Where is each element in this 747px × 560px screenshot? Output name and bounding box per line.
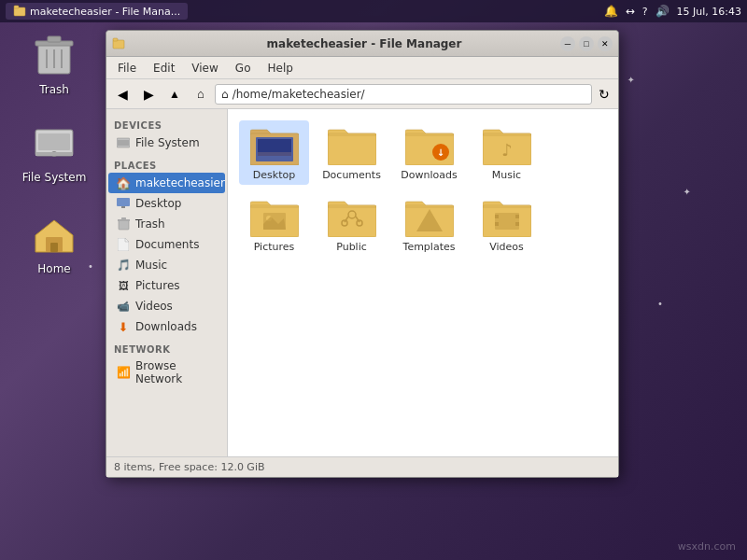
svg-text:♪: ♪ bbox=[501, 140, 513, 160]
file-item-downloads[interactable]: ↓ Downloads bbox=[394, 120, 464, 185]
refresh-button[interactable]: ↻ bbox=[594, 84, 614, 105]
svg-rect-27 bbox=[258, 152, 291, 156]
notification-icon[interactable]: 🔔 bbox=[604, 5, 618, 18]
file-item-videos[interactable]: Videos bbox=[472, 192, 542, 257]
file-item-public[interactable]: Public bbox=[317, 192, 387, 257]
filesystem-icon bbox=[34, 126, 75, 161]
home-button[interactable]: ⌂ bbox=[189, 82, 213, 106]
datetime: 15 Jul, 16:43 bbox=[677, 6, 741, 18]
file-item-music[interactable]: ♪ Music bbox=[472, 120, 542, 185]
sidebar-item-downloads[interactable]: ⬇ Downloads bbox=[108, 316, 225, 337]
window-left-pad bbox=[112, 37, 168, 50]
taskbar-left: maketecheasier - File Mana... bbox=[6, 3, 188, 20]
sidebar-network-label: Browse Network bbox=[135, 359, 218, 385]
sidebar-home-label: maketecheasier bbox=[135, 176, 225, 189]
filesystem-sidebar-icon bbox=[116, 135, 131, 150]
public-file-label: Public bbox=[336, 241, 367, 253]
volume-icon[interactable]: 🔊 bbox=[655, 5, 669, 18]
file-item-documents[interactable]: Documents bbox=[317, 120, 387, 185]
taskbar-app-item[interactable]: maketecheasier - File Mana... bbox=[6, 3, 188, 20]
documents-file-label: Documents bbox=[322, 169, 381, 181]
file-item-templates[interactable]: Templates bbox=[394, 192, 464, 257]
sidebar-music-label: Music bbox=[135, 259, 167, 272]
videos-sidebar-icon: 📹 bbox=[116, 299, 131, 314]
desktop-icon-filesystem[interactable]: File System bbox=[17, 121, 92, 185]
sidebar-item-filesystem[interactable]: File System bbox=[108, 133, 225, 153]
menu-go[interactable]: Go bbox=[228, 60, 259, 77]
sidebar-videos-label: Videos bbox=[135, 300, 173, 313]
svg-rect-0 bbox=[14, 7, 25, 16]
svg-rect-49 bbox=[515, 222, 519, 226]
svg-rect-1 bbox=[14, 6, 19, 8]
window-app-icon bbox=[112, 37, 125, 50]
taskbar: maketecheasier - File Mana... 🔔 ↔ ? 🔊 15… bbox=[0, 0, 747, 22]
file-item-pictures[interactable]: Pictures bbox=[239, 192, 309, 257]
sidebar-item-home[interactable]: 🏠 maketecheasier bbox=[108, 173, 225, 193]
taskbar-right: 🔔 ↔ ? 🔊 15 Jul, 16:43 bbox=[604, 5, 741, 18]
trash-icon-graphic bbox=[32, 34, 77, 78]
window-body: DEVICES File System PLACES 🏠 maketecheas… bbox=[106, 109, 618, 456]
window-title: maketecheasier - File Manager bbox=[168, 37, 560, 50]
downloads-file-label: Downloads bbox=[401, 169, 457, 181]
trash-sidebar-icon bbox=[116, 217, 131, 231]
sidebar-item-documents[interactable]: Documents bbox=[108, 234, 225, 255]
svg-rect-28 bbox=[328, 133, 376, 165]
filesystem-label: File System bbox=[19, 170, 91, 185]
svg-rect-19 bbox=[121, 206, 125, 208]
menu-file[interactable]: File bbox=[110, 60, 144, 77]
svg-rect-21 bbox=[118, 219, 130, 221]
sidebar-item-network[interactable]: 📶 Browse Network bbox=[108, 357, 225, 388]
svg-rect-48 bbox=[515, 215, 519, 218]
menu-view[interactable]: View bbox=[184, 60, 225, 77]
menu-help[interactable]: Help bbox=[260, 60, 300, 77]
svg-rect-18 bbox=[117, 198, 130, 206]
main-content: Desktop Documents bbox=[228, 109, 618, 456]
sidebar-downloads-label: Downloads bbox=[135, 320, 197, 333]
sidebar-item-videos[interactable]: 📹 Videos bbox=[108, 296, 225, 316]
window-menubar: File Edit View Go Help bbox=[106, 57, 618, 79]
svg-rect-20 bbox=[119, 220, 129, 230]
sidebar: DEVICES File System PLACES 🏠 maketecheas… bbox=[106, 109, 228, 456]
window-toolbar: ◀ ▶ ▲ ⌂ ⌂ /home/maketecheasier/ ↻ bbox=[106, 79, 618, 109]
star-3: ✦ bbox=[684, 187, 691, 197]
menu-edit[interactable]: Edit bbox=[146, 60, 182, 77]
sidebar-section-devices: DEVICES bbox=[106, 117, 227, 133]
address-bar[interactable]: ⌂ /home/maketecheasier/ bbox=[215, 84, 592, 105]
network-sidebar-icon: 📶 bbox=[116, 365, 131, 380]
window-maximize-button[interactable]: □ bbox=[579, 36, 594, 51]
sidebar-item-pictures[interactable]: 🖼 Pictures bbox=[108, 275, 225, 296]
sidebar-item-trash[interactable]: Trash bbox=[108, 214, 225, 234]
svg-rect-47 bbox=[495, 222, 499, 226]
network-icon: ↔ bbox=[626, 5, 635, 18]
sidebar-item-music[interactable]: 🎵 Music bbox=[108, 255, 225, 275]
statusbar: 8 items, Free space: 12.0 GiB bbox=[106, 456, 618, 477]
svg-text:↓: ↓ bbox=[436, 147, 444, 158]
file-item-desktop[interactable]: Desktop bbox=[239, 120, 309, 185]
trash-icon bbox=[35, 35, 74, 77]
pictures-file-label: Pictures bbox=[254, 241, 295, 253]
sidebar-trash-label: Trash bbox=[135, 217, 165, 231]
window-minimize-button[interactable]: ─ bbox=[560, 36, 575, 51]
sidebar-desktop-label: Desktop bbox=[135, 197, 182, 210]
sidebar-filesystem-label: File System bbox=[135, 136, 200, 149]
window-close-button[interactable]: ✕ bbox=[598, 36, 613, 51]
back-button[interactable]: ◀ bbox=[110, 82, 134, 106]
forward-button[interactable]: ▶ bbox=[136, 82, 161, 106]
up-button[interactable]: ▲ bbox=[162, 82, 187, 106]
hdd-icon bbox=[117, 137, 130, 148]
svg-rect-14 bbox=[113, 40, 124, 49]
file-manager-taskbar-icon bbox=[13, 5, 26, 18]
downloads-sidebar-icon: ⬇ bbox=[116, 319, 131, 334]
svg-rect-46 bbox=[495, 215, 499, 218]
watermark: wsxdn.com bbox=[678, 540, 736, 553]
templates-folder-icon bbox=[405, 196, 454, 237]
pictures-folder-icon bbox=[250, 196, 299, 237]
window-controls: ─ □ ✕ bbox=[560, 36, 613, 51]
desktop-icon-trash[interactable]: Trash bbox=[17, 34, 92, 97]
music-sidebar-icon: 🎵 bbox=[116, 258, 131, 273]
templates-file-label: Templates bbox=[403, 241, 456, 253]
sidebar-item-desktop[interactable]: Desktop bbox=[108, 193, 225, 214]
desktop-icon-home[interactable]: Home bbox=[17, 213, 92, 276]
home-address-icon: ⌂ bbox=[221, 88, 229, 101]
sidebar-section-places: PLACES bbox=[106, 157, 227, 173]
